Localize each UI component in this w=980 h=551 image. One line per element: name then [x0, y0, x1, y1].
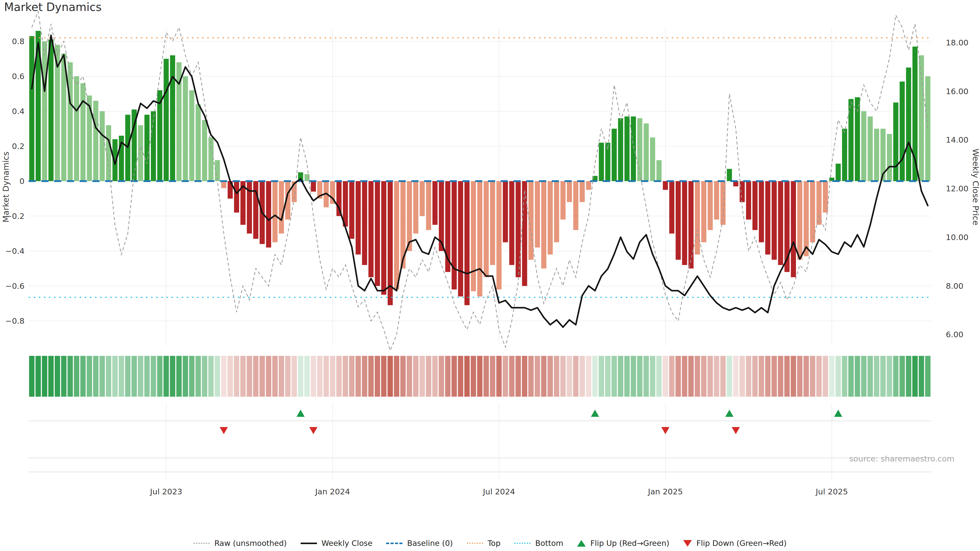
- svg-text:6.00: 6.00: [946, 330, 963, 339]
- legend-label: Flip Up (Red→Green): [590, 539, 669, 548]
- legend-item-bottom: Bottom: [514, 539, 563, 548]
- market-dynamics-chart: 0.80.60.40.20−0.2−0.4−0.6−0.818.0016.001…: [0, 0, 980, 551]
- legend-item-weekly-close: Weekly Close: [301, 539, 372, 548]
- flip-down-triangle-icon: [683, 540, 692, 547]
- baseline-swatch-icon: [386, 543, 402, 544]
- svg-text:Jul 2024: Jul 2024: [482, 487, 515, 496]
- svg-text:16.00: 16.00: [946, 87, 969, 96]
- top-line-swatch-icon: [467, 543, 483, 544]
- svg-text:0.4: 0.4: [12, 106, 24, 116]
- svg-text:10.00: 10.00: [946, 233, 969, 242]
- legend-label: Bottom: [535, 539, 563, 548]
- svg-text:Jul 2023: Jul 2023: [150, 487, 182, 496]
- svg-text:18.00: 18.00: [946, 38, 969, 47]
- svg-text:−0.6: −0.6: [5, 281, 24, 291]
- svg-text:0.8: 0.8: [12, 37, 24, 46]
- legend-label: Flip Down (Green→Red): [697, 539, 787, 548]
- svg-text:Jan 2025: Jan 2025: [648, 487, 683, 496]
- svg-text:Weekly Close Price: Weekly Close Price: [971, 148, 980, 225]
- bottom-line-swatch-icon: [514, 543, 531, 544]
- svg-text:12.00: 12.00: [946, 184, 969, 193]
- legend-item-flip-up: Flip Up (Red→Green): [577, 539, 669, 548]
- legend-label: Weekly Close: [321, 539, 372, 548]
- svg-text:−0.4: −0.4: [5, 246, 24, 256]
- close-line-swatch-icon: [301, 543, 317, 544]
- svg-text:Market Dynamics: Market Dynamics: [1, 151, 11, 222]
- raw-line-swatch-icon: [193, 543, 210, 544]
- svg-text:0.2: 0.2: [12, 141, 24, 151]
- svg-text:0: 0: [19, 176, 24, 186]
- svg-text:14.00: 14.00: [946, 135, 969, 144]
- legend-item-top: Top: [467, 539, 501, 548]
- svg-text:Jul 2025: Jul 2025: [815, 487, 848, 496]
- legend-item-raw: Raw (unsmoothed): [193, 539, 287, 548]
- chart-legend: Raw (unsmoothed) Weekly Close Baseline (…: [0, 539, 980, 548]
- legend-label: Raw (unsmoothed): [215, 539, 287, 548]
- legend-item-flip-down: Flip Down (Green→Red): [683, 539, 787, 548]
- flip-up-triangle-icon: [577, 540, 586, 547]
- legend-label: Baseline (0): [407, 539, 453, 548]
- svg-text:8.00: 8.00: [946, 281, 963, 291]
- svg-text:Jan 2024: Jan 2024: [315, 487, 350, 496]
- svg-text:−0.8: −0.8: [5, 316, 24, 326]
- svg-text:0.6: 0.6: [12, 72, 24, 81]
- legend-label: Top: [488, 539, 501, 548]
- source-note: source: sharemaestro.com: [850, 454, 955, 463]
- legend-item-baseline: Baseline (0): [386, 539, 453, 548]
